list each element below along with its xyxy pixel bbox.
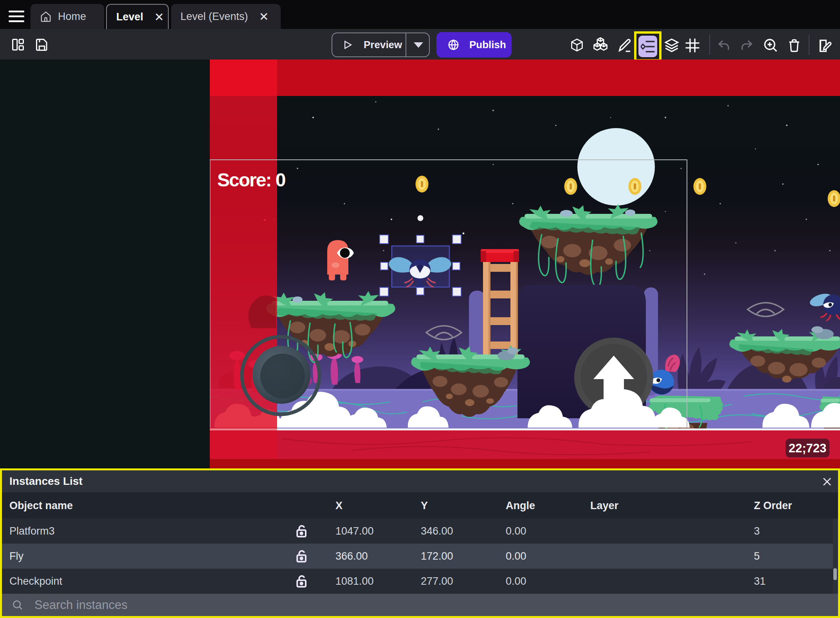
- svg-text:22;723: 22;723: [789, 441, 827, 455]
- svg-text:Score: 0: Score: 0: [217, 170, 285, 190]
